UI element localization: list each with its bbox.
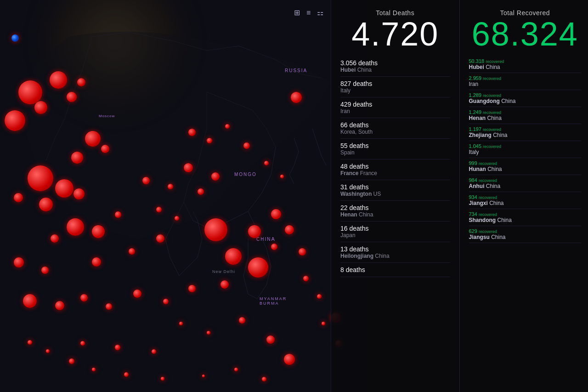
recovery-list-item: 999 recovered Hunan China: [469, 158, 582, 175]
dot-china-5: [248, 257, 268, 278]
dot-8: [71, 152, 83, 164]
dot-x23: [207, 331, 210, 335]
dot-x14: [285, 225, 294, 234]
dot-6: [77, 78, 85, 86]
dot-10: [28, 165, 53, 191]
recovery-list-item: 1.289 recovered Guangdong China: [469, 90, 582, 107]
dot-b4: [92, 368, 96, 371]
dot-b7: [202, 375, 205, 377]
dot-13: [74, 188, 85, 199]
deaths-list: 3.056 deaths Hubei China 827 deaths Ital…: [340, 56, 450, 277]
dot-x11: [243, 142, 250, 149]
dot-28: [133, 290, 141, 298]
dot-b2: [46, 349, 50, 353]
dot-x25: [266, 335, 275, 344]
dot-22: [129, 248, 135, 255]
dot-25: [55, 301, 64, 310]
recovery-list-item: 629 recovered Jiangsu China: [469, 226, 582, 243]
dot-14: [14, 193, 23, 202]
dot-29: [163, 299, 169, 304]
death-list-item: 16 deaths Japan: [340, 222, 450, 242]
dot-x18: [322, 322, 325, 325]
dot-2: [50, 71, 67, 89]
recovery-list-item: 1.197 recovered Zhejiang China: [469, 124, 582, 141]
dot-4: [5, 110, 25, 131]
death-list-item: 3.056 deaths Hubei China: [340, 56, 450, 77]
dot-12: [39, 198, 53, 211]
dot-21: [92, 257, 101, 267]
dot-19: [14, 257, 24, 267]
recovery-list-item: 1.249 recovered Henan China: [469, 107, 582, 124]
dot-china-1: [204, 218, 227, 241]
dot-china-6: [220, 280, 229, 289]
dot-x7: [175, 216, 179, 221]
list-icon[interactable]: ≡: [306, 9, 311, 17]
dot-16: [92, 225, 105, 238]
recovered-panel: Total Recovered 68.324 50.318 recovered …: [460, 0, 588, 392]
dot-x17: [317, 294, 322, 299]
dot-b5: [124, 372, 129, 377]
dot-5: [67, 92, 77, 102]
dot-china-2: [225, 248, 242, 265]
dot-blue: [11, 34, 19, 42]
dot-x8: [188, 129, 196, 136]
dot-x10: [225, 124, 230, 129]
dot-26: [80, 294, 88, 301]
dot-3: [34, 101, 47, 114]
dot-x22: [152, 349, 156, 354]
death-list-item: 429 deaths Iran: [340, 97, 450, 118]
death-list-item: 48 deaths France France: [340, 159, 450, 180]
dot-x21: [115, 345, 120, 350]
recovery-list-item: 734 recovered Shandong China: [469, 209, 582, 226]
dot-x4: [198, 188, 204, 195]
dot-x26: [284, 354, 295, 365]
death-list-item: 13 deaths Heilongjiang China: [340, 242, 450, 263]
dot-russia: [291, 92, 302, 103]
dot-china-4: [271, 209, 281, 219]
recovered-header: Total Recovered 68.324: [469, 9, 582, 51]
dot-china-3: [248, 225, 261, 238]
dot-x2: [168, 184, 173, 189]
recovered-total: 68.324: [469, 17, 582, 51]
death-list-item: 55 deaths Spain: [340, 139, 450, 159]
dot-b6: [161, 377, 164, 381]
dot-9: [101, 145, 109, 153]
dot-11: [55, 179, 74, 198]
recovery-list-item: 50.318 recovered Hubei China: [469, 56, 582, 73]
dot-b8: [234, 368, 238, 371]
death-list-item: 8 deaths: [340, 263, 450, 277]
dot-7: [85, 131, 101, 147]
toolbar-icons: ⊞ ≡ ⚏: [294, 8, 323, 17]
deaths-panel: Total Deaths 4.720 3.056 deaths Hubei Ch…: [331, 0, 460, 392]
dot-x13: [280, 175, 284, 178]
death-list-item: 31 deaths Washington US: [340, 180, 450, 201]
dot-x16: [303, 276, 309, 281]
recovered-list: 50.318 recovered Hubei China 2.959 recov…: [469, 56, 582, 243]
dot-x6: [156, 207, 162, 212]
deaths-total: 4.720: [340, 17, 450, 51]
dot-15: [67, 218, 84, 236]
death-list-item: 66 deaths Korea, South: [340, 118, 450, 139]
dot-korea: [271, 244, 277, 250]
dot-b1: [28, 340, 32, 345]
recovery-list-item: 984 recovered Anhui China: [469, 175, 582, 192]
dot-x3: [184, 163, 193, 172]
stats-panel: Total Deaths 4.720 3.056 deaths Hubei Ch…: [331, 0, 588, 392]
dot-18: [115, 211, 121, 218]
deaths-header: Total Deaths 4.720: [340, 9, 450, 51]
dot-x24: [239, 317, 245, 324]
map-lines-svg: [0, 0, 368, 392]
grid-icon[interactable]: ⊞: [294, 8, 300, 17]
dot-x28: [179, 322, 183, 325]
dot-17: [51, 234, 59, 243]
dot-x27: [80, 341, 85, 346]
recovery-list-item: 2.959 recovered Iran: [469, 73, 582, 90]
dot-x1: [142, 177, 150, 184]
dot-27: [106, 303, 112, 310]
dot-24: [23, 294, 37, 308]
chart-icon[interactable]: ⚏: [317, 8, 323, 17]
map-container: RUSSIA MONGO CHINA New Delhi MYANMARBURM…: [0, 0, 368, 392]
recovery-list-item: 1.045 recovered Italy: [469, 141, 582, 158]
dot-20: [41, 267, 49, 274]
dot-x12: [264, 161, 269, 165]
